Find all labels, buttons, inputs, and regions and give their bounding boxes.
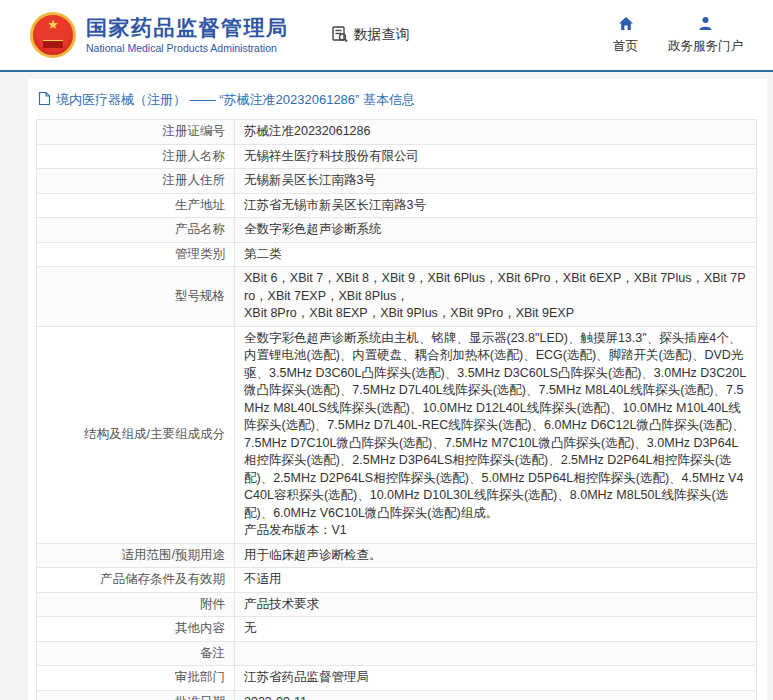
nav-portal-label: 政务服务门户 xyxy=(668,38,743,55)
breadcrumb: 境内医疗器械（注册） —— “苏械注准20232061286” 基本信息 xyxy=(36,87,757,119)
breadcrumb-text: 境内医疗器械（注册） —— “苏械注准20232061286” 基本信息 xyxy=(56,91,415,109)
row-label: 生产地址 xyxy=(175,198,225,212)
table-row: 审批部门 江苏省药品监督管理局 xyxy=(37,666,757,691)
row-label: 备注 xyxy=(200,646,225,660)
site-title: 国家药品监督管理局 xyxy=(86,16,289,40)
user-icon xyxy=(698,16,713,34)
row-label-cell: 生产地址 xyxy=(37,193,235,218)
table-row: 结构及组成/主要组成成分 全数字彩色超声诊断系统由主机、铭牌、显示器(23.8"… xyxy=(37,326,757,543)
nav-home-label: 首页 xyxy=(613,38,638,55)
row-label-cell: 产品名称 xyxy=(37,218,235,243)
site-header: 国家药品监督管理局 National Medical Products Admi… xyxy=(0,0,773,70)
row-label-cell: 批准日期 xyxy=(37,690,235,700)
table-row: 附件 产品技术要求 xyxy=(37,592,757,617)
info-table-body: 注册证编号 苏械注准20232061286 注册人名称 无锡祥生医疗科技股份有限… xyxy=(37,120,757,700)
row-label-cell: 审批部门 xyxy=(37,666,235,691)
data-query-label: 数据查询 xyxy=(354,26,410,44)
document-icon xyxy=(38,91,51,109)
row-label: 注册人名称 xyxy=(163,149,226,163)
row-value-cell: 产品技术要求 xyxy=(235,592,757,617)
row-value-cell: 全数字彩色超声诊断系统 xyxy=(235,218,757,243)
row-label: 附件 xyxy=(200,597,225,611)
row-label: 其他内容 xyxy=(175,621,225,635)
table-row: 其他内容 无 xyxy=(37,617,757,642)
nav-portal[interactable]: 政务服务门户 xyxy=(668,16,743,55)
header-divider xyxy=(0,70,773,72)
document-search-icon xyxy=(331,25,349,46)
row-label-cell: 注册证编号 xyxy=(37,120,235,145)
row-value-cell: 无锡新吴区长江南路3号 xyxy=(235,169,757,194)
row-value-cell: XBit 6，XBit 7，XBit 8，XBit 9，XBit 6Plus，X… xyxy=(235,267,757,327)
row-label-cell: 注册人名称 xyxy=(37,144,235,169)
table-row: 批准日期 2023-09-11 xyxy=(37,690,757,700)
site-subtitle: National Medical Products Administration xyxy=(86,42,289,54)
row-value-cell: 全数字彩色超声诊断系统由主机、铭牌、显示器(23.8"LED)、触摸屏13.3"… xyxy=(235,326,757,543)
table-row: 管理类别 第二类 xyxy=(37,242,757,267)
row-value-cell: 第二类 xyxy=(235,242,757,267)
top-nav: 首页 政务服务门户 xyxy=(613,16,743,55)
table-row: 适用范围/预期用途 用于临床超声诊断检查。 xyxy=(37,543,757,568)
registration-info-table: 注册证编号 苏械注准20232061286 注册人名称 无锡祥生医疗科技股份有限… xyxy=(36,119,757,700)
row-label-cell: 备注 xyxy=(37,641,235,666)
row-value-cell: 无 xyxy=(235,617,757,642)
logo-area[interactable]: 国家药品监督管理局 National Medical Products Admi… xyxy=(30,12,289,58)
row-value-cell: 江苏省无锡市新吴区长江南路3号 xyxy=(235,193,757,218)
row-label: 产品名称 xyxy=(175,222,225,236)
row-label: 产品储存条件及有效期 xyxy=(100,572,225,586)
row-label: 批准日期 xyxy=(175,695,225,700)
table-row: 注册人名称 无锡祥生医疗科技股份有限公司 xyxy=(37,144,757,169)
row-label: 结构及组成/主要组成成分 xyxy=(84,427,225,441)
row-label-cell: 其他内容 xyxy=(37,617,235,642)
national-emblem-logo xyxy=(30,12,76,58)
row-label-cell: 适用范围/预期用途 xyxy=(37,543,235,568)
row-value-cell: 江苏省药品监督管理局 xyxy=(235,666,757,691)
home-icon xyxy=(618,16,634,34)
row-value-cell: 苏械注准20232061286 xyxy=(235,120,757,145)
row-label-cell: 管理类别 xyxy=(37,242,235,267)
row-label-cell: 注册人住所 xyxy=(37,169,235,194)
row-label: 型号规格 xyxy=(175,289,225,303)
row-value-cell: 无锡祥生医疗科技股份有限公司 xyxy=(235,144,757,169)
row-label-cell: 结构及组成/主要组成成分 xyxy=(37,326,235,543)
table-row: 产品储存条件及有效期 不适用 xyxy=(37,568,757,593)
row-label-cell: 型号规格 xyxy=(37,267,235,327)
nav-home[interactable]: 首页 xyxy=(613,16,638,55)
table-row: 注册证编号 苏械注准20232061286 xyxy=(37,120,757,145)
content-card: 境内医疗器械（注册） —— “苏械注准20232061286” 基本信息 注册证… xyxy=(28,79,767,700)
row-label-cell: 产品储存条件及有效期 xyxy=(37,568,235,593)
table-row: 注册人住所 无锡新吴区长江南路3号 xyxy=(37,169,757,194)
table-row: 备注 xyxy=(37,641,757,666)
row-value-cell: 用于临床超声诊断检查。 xyxy=(235,543,757,568)
table-row: 型号规格 XBit 6，XBit 7，XBit 8，XBit 9，XBit 6P… xyxy=(37,267,757,327)
row-value-cell xyxy=(235,641,757,666)
table-row: 产品名称 全数字彩色超声诊断系统 xyxy=(37,218,757,243)
row-label: 审批部门 xyxy=(175,670,225,684)
row-label: 注册证编号 xyxy=(163,124,226,138)
row-label: 适用范围/预期用途 xyxy=(122,548,225,562)
row-label: 注册人住所 xyxy=(163,173,226,187)
data-query-nav[interactable]: 数据查询 xyxy=(331,25,410,46)
row-value-cell: 2023-09-11 xyxy=(235,690,757,700)
table-row: 生产地址 江苏省无锡市新吴区长江南路3号 xyxy=(37,193,757,218)
row-label-cell: 附件 xyxy=(37,592,235,617)
row-value-cell: 不适用 xyxy=(235,568,757,593)
row-label: 管理类别 xyxy=(175,247,225,261)
